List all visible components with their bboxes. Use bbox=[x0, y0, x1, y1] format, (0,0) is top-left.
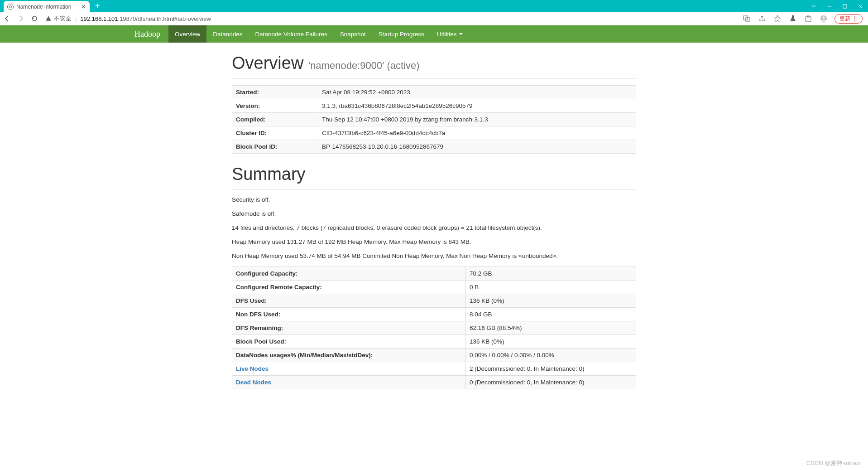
divider bbox=[232, 78, 636, 79]
row-value: 0.00% / 0.00% / 0.00% / 0.00% bbox=[466, 349, 636, 362]
row-label: Block Pool ID: bbox=[232, 140, 318, 154]
browser-tabstrip: Namenode information ✕ + bbox=[0, 0, 868, 12]
summary-heading: Summary bbox=[232, 165, 636, 184]
globe-icon bbox=[7, 4, 14, 10]
row-label: DFS Remaining: bbox=[232, 321, 466, 335]
row-value: 136 KB (0%) bbox=[466, 335, 636, 349]
tab-title: Namenode information bbox=[16, 4, 78, 10]
table-row: Non DFS Used:8.04 GB bbox=[232, 308, 636, 321]
summary-line: Safemode is off. bbox=[232, 210, 636, 217]
bookmark-star-icon[interactable] bbox=[773, 14, 782, 23]
row-value: CID-437f3fb6-c623-4f45-a6e9-00dd4dc4cb7a bbox=[318, 126, 636, 140]
update-button[interactable]: 更新⋮ bbox=[834, 14, 863, 24]
row-label: Non DFS Used: bbox=[232, 308, 466, 321]
forward-button[interactable] bbox=[16, 14, 25, 23]
row-value: 8.04 GB bbox=[466, 308, 636, 321]
row-label: Block Pool Used: bbox=[232, 335, 466, 349]
watermark: CSDN @麦神·mirson bbox=[806, 459, 862, 467]
reload-button[interactable] bbox=[30, 14, 39, 23]
row-label: Version: bbox=[232, 99, 318, 113]
row-label: Compiled: bbox=[232, 113, 318, 126]
summary-table: Configured Capacity:70.2 GBConfigured Re… bbox=[232, 266, 636, 389]
extensions-icon[interactable] bbox=[804, 14, 813, 23]
table-row: Block Pool Used:136 KB (0%) bbox=[232, 335, 636, 349]
summary-line: 14 files and directories, 7 blocks (7 re… bbox=[232, 224, 636, 231]
link-dead-nodes[interactable]: Dead Nodes bbox=[236, 379, 271, 386]
svg-point-9 bbox=[823, 17, 825, 19]
page-title: Overview 'namenode:9000' (active) bbox=[232, 53, 636, 73]
row-value: 62.16 GB (88.54%) bbox=[466, 321, 636, 335]
table-row: DataNodes usages% (Min/Median/Max/stdDev… bbox=[232, 349, 636, 362]
summary-line: Heap Memory used 131.27 MB of 192 MB Hea… bbox=[232, 238, 636, 245]
row-value: 70.2 GB bbox=[466, 267, 636, 281]
row-label: DataNodes usages% (Min/Median/Max/stdDev… bbox=[232, 349, 466, 362]
table-row: Compiled:Thu Sep 12 10:47:00 +0800 2019 … bbox=[232, 113, 636, 126]
close-window-button[interactable] bbox=[853, 0, 868, 12]
table-row: DFS Used:136 KB (0%) bbox=[232, 294, 636, 308]
nav-item-overview[interactable]: Overview bbox=[168, 25, 206, 43]
new-tab-button[interactable]: + bbox=[95, 1, 100, 11]
table-row: Cluster ID:CID-437f3fb6-c623-4f45-a6e9-0… bbox=[232, 126, 636, 140]
insecure-badge[interactable]: 不安全 bbox=[45, 15, 72, 23]
close-icon[interactable]: ✕ bbox=[81, 3, 86, 10]
table-row: Configured Capacity:70.2 GB bbox=[232, 267, 636, 281]
svg-rect-1 bbox=[843, 5, 847, 8]
row-label: Cluster ID: bbox=[232, 126, 318, 140]
window-controls bbox=[806, 0, 868, 12]
insecure-label: 不安全 bbox=[54, 15, 72, 23]
page-subtitle: 'namenode:9000' (active) bbox=[308, 60, 420, 71]
table-row: Configured Remote Capacity:0 B bbox=[232, 281, 636, 294]
link-live-nodes[interactable]: Live Nodes bbox=[236, 365, 269, 372]
table-row: Dead Nodes0 (Decommissioned: 0, In Maint… bbox=[232, 376, 636, 389]
nav-item-datanode-volume-failures[interactable]: Datanode Volume Failures bbox=[249, 25, 334, 43]
brand-label[interactable]: Hadoop bbox=[134, 25, 168, 43]
nav-item-utilities[interactable]: Utilities bbox=[431, 25, 469, 43]
row-value: 136 KB (0%) bbox=[466, 294, 636, 308]
profile-icon[interactable] bbox=[819, 14, 828, 23]
table-row: Started:Sat Apr 08 19:29:52 +0800 2023 bbox=[232, 86, 636, 99]
row-label: Dead Nodes bbox=[232, 376, 466, 389]
divider bbox=[232, 189, 636, 190]
browser-toolbar: 不安全 | 192.168.1.101:19870/dfshealth.html… bbox=[0, 12, 868, 25]
back-button[interactable] bbox=[3, 14, 12, 23]
row-label: Started: bbox=[232, 86, 318, 99]
main-nav: Hadoop OverviewDatanodesDatanode Volume … bbox=[0, 25, 868, 43]
row-value: BP-1476568253-10.20.0.16-1680952867679 bbox=[318, 140, 636, 154]
summary-line: Non Heap Memory used 53.74 MB of 54.94 M… bbox=[232, 252, 636, 259]
row-value: Thu Sep 12 10:47:00 +0800 2019 by ztang … bbox=[318, 113, 636, 126]
row-label: Live Nodes bbox=[232, 362, 466, 376]
url-text: 192.168.1.101:19870/dfshealth.html#tab-o… bbox=[80, 15, 211, 22]
maximize-button[interactable] bbox=[837, 0, 853, 12]
row-label: Configured Remote Capacity: bbox=[232, 281, 466, 294]
row-label: Configured Capacity: bbox=[232, 267, 466, 281]
page-viewport[interactable]: Hadoop OverviewDatanodesDatanode Volume … bbox=[0, 25, 868, 470]
row-value: 2 (Decommissioned: 0, In Maintenance: 0) bbox=[466, 362, 636, 376]
row-label: DFS Used: bbox=[232, 294, 466, 308]
browser-tab[interactable]: Namenode information ✕ bbox=[4, 1, 90, 12]
flask-icon[interactable] bbox=[788, 14, 797, 23]
table-row: Block Pool ID:BP-1476568253-10.20.0.16-1… bbox=[232, 140, 636, 154]
row-value: Sat Apr 08 19:29:52 +0800 2023 bbox=[318, 86, 636, 99]
table-row: Version:3.1.3, rba631c436b806728f8ec2f54… bbox=[232, 99, 636, 113]
nav-item-datanodes[interactable]: Datanodes bbox=[206, 25, 249, 43]
chevron-down-icon bbox=[459, 33, 463, 35]
table-row: Live Nodes2 (Decommissioned: 0, In Maint… bbox=[232, 362, 636, 376]
table-row: DFS Remaining:62.16 GB (88.54%) bbox=[232, 321, 636, 335]
minimize-button[interactable] bbox=[822, 0, 837, 12]
share-icon[interactable] bbox=[758, 14, 767, 23]
row-value: 0 B bbox=[466, 281, 636, 294]
nav-item-snapshot[interactable]: Snapshot bbox=[334, 25, 372, 43]
chevron-down-icon[interactable] bbox=[806, 0, 822, 12]
translate-icon[interactable] bbox=[742, 14, 751, 23]
summary-line: Security is off. bbox=[232, 196, 636, 203]
nav-item-startup-progress[interactable]: Startup Progress bbox=[372, 25, 431, 43]
overview-table: Started:Sat Apr 08 19:29:52 +0800 2023Ve… bbox=[232, 85, 636, 154]
address-bar[interactable]: 不安全 | 192.168.1.101:19870/dfshealth.html… bbox=[43, 15, 738, 23]
row-value: 0 (Decommissioned: 0, In Maintenance: 0) bbox=[466, 376, 636, 389]
row-value: 3.1.3, rba631c436b806728f8ec2f54ab1e2895… bbox=[318, 99, 636, 113]
